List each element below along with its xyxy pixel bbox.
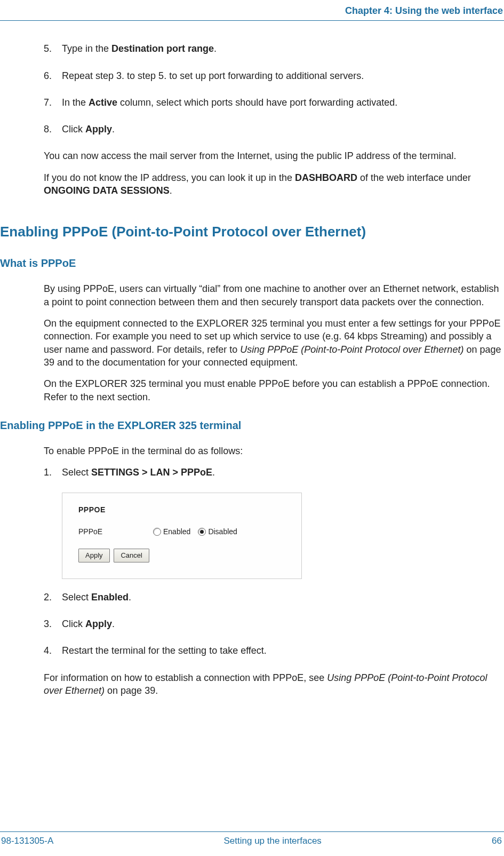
bold-text: Active xyxy=(89,97,117,108)
text: . xyxy=(112,619,115,629)
paragraph: By using PPPoE, users can virtually “dia… xyxy=(44,282,502,308)
subheading-enabling-pppoe: Enabling PPPoE in the EXPLORER 325 termi… xyxy=(0,418,504,433)
step-text: Restart the terminal for the setting to … xyxy=(62,644,502,657)
step-text: Type in the Destination port range. xyxy=(62,42,502,55)
radio-icon xyxy=(153,528,161,536)
paragraph: If you do not know the IP address, you c… xyxy=(44,171,502,197)
step-number: 2. xyxy=(44,591,62,604)
step-number: 4. xyxy=(44,644,62,657)
step-text: Select Enabled. xyxy=(62,591,502,604)
text: Click xyxy=(62,619,85,629)
steps-group-2b: 2. Select Enabled. 3. Click Apply. 4. Re… xyxy=(44,591,502,657)
radio-label: Enabled xyxy=(163,527,190,537)
steps-group-2: 1. Select SETTINGS > LAN > PPPoE. xyxy=(44,466,502,479)
page-footer-wrap: 98-131305-A Setting up the interfaces 66 xyxy=(0,831,504,853)
step-b1: 1. Select SETTINGS > LAN > PPPoE. xyxy=(44,466,502,479)
screenshot-title: PPPOE xyxy=(78,505,292,515)
apply-button[interactable]: Apply xyxy=(78,549,110,562)
step-number: 7. xyxy=(44,96,62,109)
step-number: 8. xyxy=(44,123,62,136)
pppoe-row: PPPoE Enabled Disabled xyxy=(78,527,292,537)
step-text: Select SETTINGS > LAN > PPPoE. xyxy=(62,466,502,479)
footer-doc-id: 98-131305-A xyxy=(1,835,53,847)
text: . xyxy=(112,124,115,134)
bold-text: Destination port range xyxy=(111,43,214,54)
cancel-button[interactable]: Cancel xyxy=(114,549,149,562)
chapter-header: Chapter 4: Using the web interface xyxy=(0,0,504,20)
text: . xyxy=(212,467,215,478)
paragraph: For information on how to establish a co… xyxy=(44,671,502,698)
text: column, select which ports should have p… xyxy=(117,97,397,108)
text: Select xyxy=(62,467,91,478)
bold-text: DASHBOARD xyxy=(295,172,357,183)
paragraph: To enable PPPoE in the terminal do as fo… xyxy=(44,445,502,457)
section-heading-pppoe: Enabling PPPoE (Point-to-Point Protocol … xyxy=(0,223,504,241)
pppoe-label: PPPoE xyxy=(78,527,153,537)
header-rule xyxy=(0,20,504,21)
italic-text: Using PPPoE (Point-to-Point Protocol ove… xyxy=(240,344,463,355)
button-row: Apply Cancel xyxy=(78,549,292,562)
paragraph: You can now access the mail server from … xyxy=(44,149,502,162)
text: Type in the xyxy=(62,43,111,54)
step-5: 5. Type in the Destination port range. xyxy=(44,42,502,55)
step-text: Repeat step 3. to step 5. to set up port… xyxy=(62,69,502,82)
bold-text: SETTINGS > LAN > PPPoE xyxy=(91,467,212,478)
radio-icon xyxy=(198,528,206,536)
page-footer: 98-131305-A Setting up the interfaces 66 xyxy=(0,832,504,853)
step-text: Click Apply. xyxy=(62,617,502,630)
step-text: In the Active column, select which ports… xyxy=(62,96,502,109)
text: If you do not know the IP address, you c… xyxy=(44,172,295,183)
step-7: 7. In the Active column, select which po… xyxy=(44,96,502,109)
step-b2: 2. Select Enabled. xyxy=(44,591,502,604)
text: Select xyxy=(62,592,91,603)
paragraph: On the EXPLORER 325 terminal you must en… xyxy=(44,377,502,403)
text: . xyxy=(214,43,217,54)
footer-page-number: 66 xyxy=(492,835,502,847)
text: of the web interface under xyxy=(357,172,471,183)
bold-text: Apply xyxy=(85,619,112,629)
text: In the xyxy=(62,97,89,108)
radio-label: Disabled xyxy=(208,527,237,537)
text: on page 39. xyxy=(105,685,158,696)
step-number: 6. xyxy=(44,69,62,82)
bold-text: Enabled xyxy=(91,592,129,603)
step-b3: 3. Click Apply. xyxy=(44,617,502,630)
text: . xyxy=(129,592,131,603)
radio-disabled[interactable]: Disabled xyxy=(198,527,237,537)
text: For information on how to establish a co… xyxy=(44,672,327,683)
step-number: 3. xyxy=(44,617,62,630)
step-text: Click Apply. xyxy=(62,123,502,136)
text: Click xyxy=(62,124,85,134)
bold-text: ONGOING DATA SESSIONS xyxy=(44,185,170,196)
step-number: 1. xyxy=(44,466,62,479)
pppoe-settings-screenshot: PPPOE PPPoE Enabled Disabled Apply Cance… xyxy=(62,493,302,578)
paragraph: On the equipment connected to the EXPLOR… xyxy=(44,317,502,369)
bold-text: Apply xyxy=(85,124,112,134)
text: . xyxy=(170,185,172,196)
step-number: 5. xyxy=(44,42,62,55)
subheading-what-is-pppoe: What is PPPoE xyxy=(0,256,504,271)
step-b4: 4. Restart the terminal for the setting … xyxy=(44,644,502,657)
radio-enabled[interactable]: Enabled xyxy=(153,527,190,537)
step-8: 8. Click Apply. xyxy=(44,123,502,136)
steps-group-1: 5. Type in the Destination port range. 6… xyxy=(44,42,502,136)
step-6: 6. Repeat step 3. to step 5. to set up p… xyxy=(44,69,502,82)
footer-section-title: Setting up the interfaces xyxy=(224,835,322,847)
